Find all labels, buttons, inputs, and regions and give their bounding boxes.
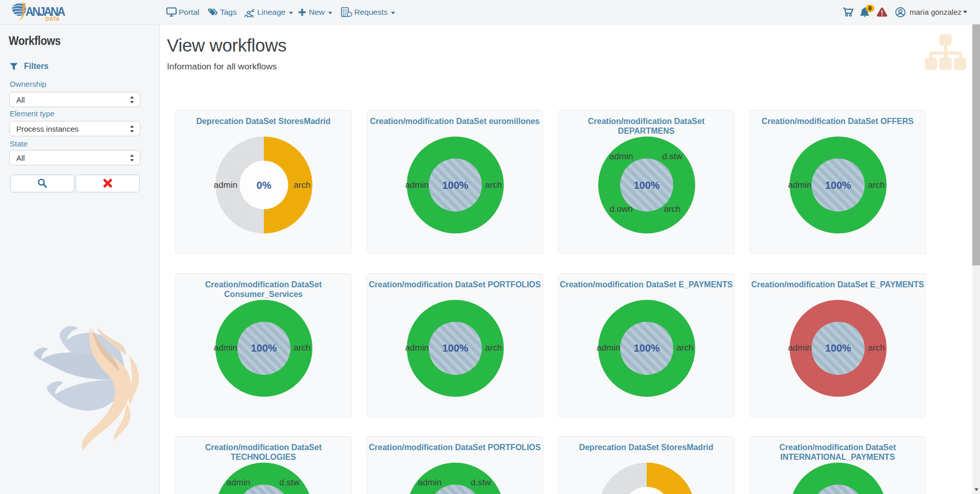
svg-text:DATA: DATA <box>45 16 60 22</box>
